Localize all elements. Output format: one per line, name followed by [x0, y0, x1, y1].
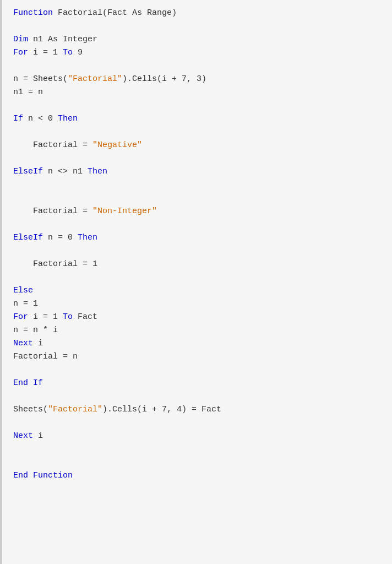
code-line: Factorial = "Non-Integer" — [13, 205, 381, 218]
code-line — [13, 192, 381, 205]
code-line: Factorial = 1 — [13, 258, 381, 271]
code-line — [13, 59, 381, 73]
code-line: n = Sheets("Factorial").Cells(i + 7, 3) — [13, 73, 381, 86]
code-container: Function Factorial(Fact As Range) Dim n1… — [0, 0, 392, 564]
code-line: n1 = n — [13, 86, 381, 99]
code-line: For i = 1 To 9 — [13, 46, 381, 59]
code-line — [13, 99, 381, 112]
code-line: Factorial = n — [13, 350, 381, 364]
code-line — [13, 364, 381, 377]
code-line: Else — [13, 284, 381, 297]
code-line: End Function — [13, 469, 381, 482]
code-line: Dim n1 As Integer — [13, 33, 381, 46]
code-line: If n < 0 Then — [13, 112, 381, 126]
code-line — [13, 218, 381, 231]
code-line: n = n * i — [13, 324, 381, 337]
code-line — [13, 126, 381, 139]
code-line — [13, 152, 381, 165]
code-line — [13, 271, 381, 284]
code-line — [13, 245, 381, 258]
code-line: Next i — [13, 430, 381, 443]
code-line — [13, 416, 381, 430]
code-line: Sheets("Factorial").Cells(i + 7, 4) = Fa… — [13, 403, 381, 416]
code-block: Function Factorial(Fact As Range) Dim n1… — [13, 7, 381, 482]
code-line: ElseIf n = 0 Then — [13, 231, 381, 245]
code-line: Function Factorial(Fact As Range) — [13, 7, 381, 20]
code-line — [13, 178, 381, 192]
code-line: For i = 1 To Fact — [13, 311, 381, 324]
code-line — [13, 390, 381, 403]
code-line: Factorial = "Negative" — [13, 139, 381, 152]
code-line: n = 1 — [13, 297, 381, 311]
code-line: Next i — [13, 337, 381, 350]
code-line — [13, 443, 381, 456]
code-line: ElseIf n <> n1 Then — [13, 165, 381, 178]
code-line — [13, 20, 381, 33]
code-line — [13, 456, 381, 469]
code-line: End If — [13, 377, 381, 390]
